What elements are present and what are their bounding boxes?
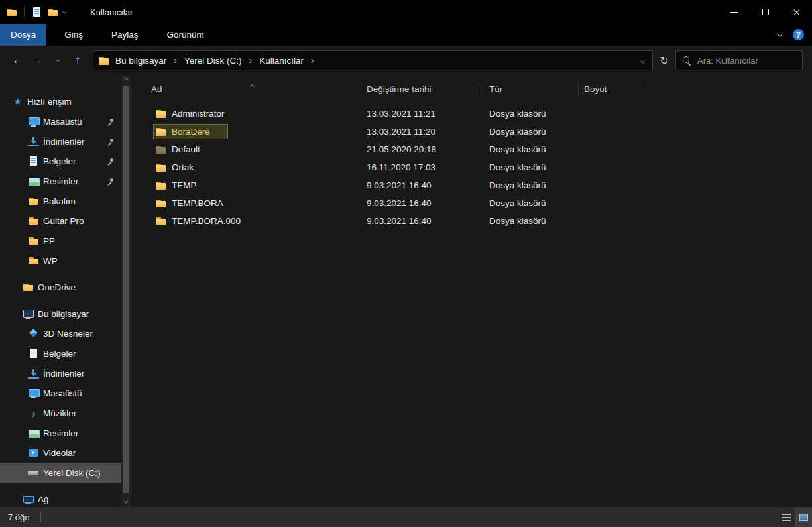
search-input[interactable] bbox=[697, 56, 796, 66]
sidebar-item-hizli-erisim[interactable]: ★ Hızlı erişim bbox=[0, 91, 121, 111]
sidebar-item-muzikler[interactable]: ♪ Müzikler bbox=[0, 403, 121, 423]
sidebar-item-ag[interactable]: Ağ bbox=[0, 489, 121, 507]
sidebar-item-label: Resimler bbox=[43, 176, 78, 186]
help-button[interactable]: ? bbox=[793, 29, 804, 40]
breadcrumb-item-yerel-disk[interactable]: Yerel Disk (C:) bbox=[178, 56, 249, 66]
sort-ascending-icon bbox=[251, 80, 254, 90]
file-name-cell[interactable]: TEMP.BORA bbox=[143, 196, 361, 211]
scrollbar-up-button[interactable] bbox=[125, 75, 128, 85]
file-row[interactable]: Administrator 13.03.2021 11:21 Dosya kla… bbox=[143, 105, 812, 123]
column-header-degistirme-tarihi[interactable]: Değiştirme tarihi bbox=[361, 81, 479, 97]
tab-gorunum[interactable]: Görünüm bbox=[156, 24, 215, 46]
scrollbar-track[interactable] bbox=[121, 85, 131, 497]
sidebar-item-bu-bilgisayar[interactable]: Bu bilgisayar bbox=[0, 304, 121, 323]
details-view-icon bbox=[782, 514, 791, 521]
file-name-cell[interactable]: Administrator bbox=[143, 106, 361, 121]
sidebar-item-indirilenler-2[interactable]: İndirilenler bbox=[0, 363, 121, 383]
qat-new-folder-icon[interactable] bbox=[47, 7, 58, 18]
sidebar-item-resimler-2[interactable]: Resimler bbox=[0, 423, 121, 443]
expand-ribbon-chevron-icon[interactable] bbox=[777, 30, 783, 37]
sidebar-item-label: Bu bilgisayar bbox=[38, 309, 89, 319]
desktop-icon bbox=[28, 116, 39, 127]
file-row[interactable]: TEMP.BORA 9.03.2021 16:40 Dosya klasörü bbox=[143, 194, 812, 212]
sidebar-item-belgeler-2[interactable]: Belgeler bbox=[0, 343, 121, 363]
up-button[interactable]: ↑ bbox=[68, 50, 87, 70]
file-name-cell[interactable]: TEMP.BORA.000 bbox=[143, 213, 361, 229]
sidebar-item-label: Müzikler bbox=[43, 408, 76, 418]
folder-icon bbox=[28, 215, 39, 227]
breadcrumb-item-kullanicilar[interactable]: Kullanıcılar bbox=[253, 56, 310, 66]
sidebar-item-bakalim[interactable]: Bakalım bbox=[0, 191, 121, 211]
close-icon bbox=[793, 8, 801, 16]
file-row[interactable]: TEMP 9.03.2021 16:40 Dosya klasörü bbox=[143, 176, 812, 194]
recent-locations-button[interactable] bbox=[48, 50, 68, 70]
breadcrumb-item-bu-bilgisayar[interactable]: Bu bilgisayar bbox=[109, 56, 173, 66]
scrollbar-thumb[interactable] bbox=[123, 86, 129, 493]
sidebar-item-label: Ağ bbox=[38, 495, 49, 504]
file-name: TEMP.BORA bbox=[172, 198, 223, 208]
file-row[interactable]: Ortak 16.11.2020 17:03 Dosya klasörü bbox=[143, 158, 812, 176]
sidebar-item-resimler[interactable]: Resimler bbox=[0, 171, 121, 191]
back-button[interactable]: ← bbox=[8, 50, 28, 70]
minimize-button[interactable] bbox=[719, 0, 750, 24]
pictures-icon bbox=[28, 428, 39, 439]
sidebar-item-onedrive[interactable]: OneDrive bbox=[0, 277, 121, 297]
sidebar-item-wp[interactable]: WP bbox=[0, 251, 121, 270]
address-bar[interactable]: Bu bilgisayar › Yerel Disk (C:) › Kullan… bbox=[93, 50, 653, 70]
breadcrumb-separator-icon[interactable]: › bbox=[249, 55, 253, 66]
navigation-bar: ← → ↑ Bu bilgisayar › Yerel Disk (C:) › … bbox=[0, 46, 812, 75]
address-history-button[interactable] bbox=[638, 55, 647, 66]
close-button[interactable] bbox=[781, 0, 812, 24]
tab-dosya[interactable]: Dosya bbox=[0, 24, 46, 46]
column-header-boyut[interactable]: Boyut bbox=[579, 81, 646, 97]
sidebar-item-masaustu[interactable]: Masaüstü bbox=[0, 111, 121, 131]
sidebar-item-guitar-pro[interactable]: Guitar Pro bbox=[0, 211, 121, 231]
file-name-cell[interactable]: TEMP bbox=[143, 178, 361, 193]
file-row-selected[interactable]: BoraDere 13.03.2021 11:20 Dosya klasörü bbox=[143, 123, 812, 141]
file-name-cell[interactable]: Default bbox=[143, 142, 361, 157]
folder-icon bbox=[155, 180, 166, 191]
sidebar-item-videolar[interactable]: Videolar bbox=[0, 443, 121, 463]
column-header-tur[interactable]: Tür bbox=[479, 81, 579, 97]
documents-icon bbox=[28, 156, 39, 167]
maximize-button[interactable] bbox=[750, 0, 781, 24]
forward-button[interactable]: → bbox=[28, 50, 48, 70]
details-view-button[interactable] bbox=[778, 507, 795, 527]
file-date: 9.03.2021 16:40 bbox=[361, 216, 479, 226]
sidebar-item-label: Bakalım bbox=[43, 196, 76, 206]
sidebar-item-indirilenler[interactable]: İndirilenler bbox=[0, 131, 121, 151]
sidebar-item-belgeler[interactable]: Belgeler bbox=[0, 151, 121, 171]
file-name-cell[interactable]: BoraDere bbox=[143, 124, 361, 139]
breadcrumb-separator-icon[interactable]: › bbox=[173, 55, 178, 66]
sidebar-item-3d-nesneler[interactable]: 3D Nesneler bbox=[0, 323, 121, 343]
qat-properties-icon[interactable] bbox=[31, 7, 42, 18]
qat-customize-chevron-icon[interactable] bbox=[62, 9, 67, 13]
onedrive-icon bbox=[23, 282, 34, 293]
scrollbar-down-button[interactable] bbox=[125, 497, 128, 507]
sidebar-item-pp[interactable]: PP bbox=[0, 231, 121, 251]
scroll-down-chevron-icon bbox=[123, 499, 128, 504]
tab-paylas[interactable]: Paylaş bbox=[101, 24, 149, 46]
tab-giris[interactable]: Giriş bbox=[54, 24, 93, 46]
breadcrumb-separator-icon[interactable]: › bbox=[310, 55, 315, 66]
thumbnails-view-icon bbox=[799, 514, 808, 521]
3d-objects-icon bbox=[28, 328, 39, 339]
file-name: TEMP.BORA.000 bbox=[172, 216, 241, 226]
recent-locations-chevron-icon bbox=[55, 57, 60, 62]
thumbnails-view-button[interactable] bbox=[795, 507, 812, 527]
sidebar-item-yerel-disk-c[interactable]: Yerel Disk (C:) bbox=[0, 463, 121, 483]
file-name: BoraDere bbox=[172, 127, 210, 137]
file-type: Dosya klasörü bbox=[479, 216, 579, 226]
sidebar-item-masaustu-2[interactable]: Masaüstü bbox=[0, 383, 121, 403]
sidebar-item-label: Guitar Pro bbox=[43, 216, 84, 226]
search-box[interactable] bbox=[675, 50, 803, 70]
this-pc-icon bbox=[23, 308, 34, 320]
quick-access-star-icon: ★ bbox=[12, 96, 23, 107]
file-row[interactable]: Default 21.05.2020 20:18 Dosya klasörü bbox=[143, 141, 812, 158]
file-name-cell[interactable]: Ortak bbox=[143, 160, 361, 175]
statusbar-divider bbox=[40, 512, 41, 522]
refresh-button[interactable]: ↻ bbox=[653, 50, 675, 70]
sidebar-scrollbar[interactable] bbox=[121, 75, 131, 507]
title-bar: Kullanıcılar bbox=[0, 0, 812, 24]
file-row[interactable]: TEMP.BORA.000 9.03.2021 16:40 Dosya klas… bbox=[143, 212, 812, 230]
